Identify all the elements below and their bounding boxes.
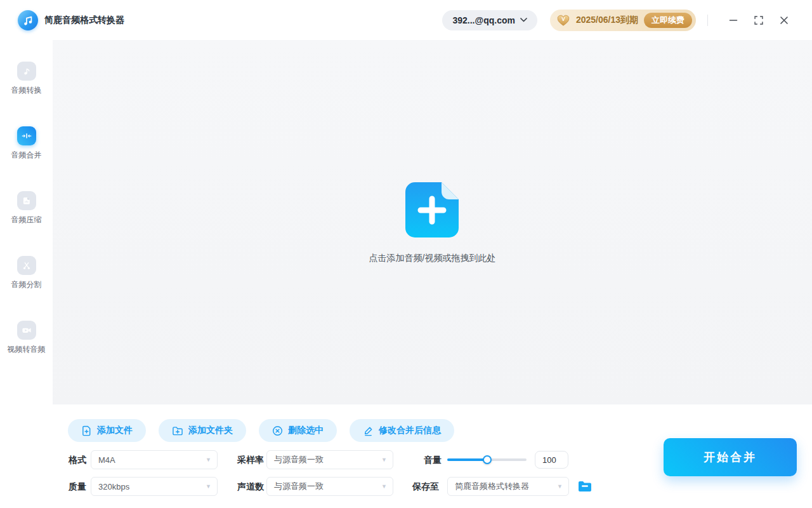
sidebar-item-label: 音频压缩 [11, 215, 42, 225]
sidebar-item-audio-merge[interactable]: 音频合并 [0, 126, 53, 161]
volume-label: 音量 [424, 450, 442, 469]
vip-heart-icon: V [556, 13, 570, 27]
sidebar-item-video-to-audio[interactable]: 视频转音频 [0, 321, 53, 355]
save-to-value: 简鹿音频格式转换器 [455, 481, 529, 492]
channels-value: 与源音频一致 [274, 481, 324, 492]
dropdown-arrow-icon: ▼ [381, 457, 387, 463]
minimize-icon [729, 16, 738, 25]
maximize-icon [754, 16, 763, 25]
folder-plus-icon [172, 425, 183, 436]
music-note-icon [17, 62, 36, 81]
sample-rate-label: 采样率 [237, 450, 264, 469]
toolbar: 添加文件 添加文件夹 删除选中 修改合并后信息 [68, 419, 454, 442]
delete-selected-label: 删除选中 [288, 425, 324, 436]
maximize-button[interactable] [750, 11, 768, 29]
title-bar: 简鹿音频格式转换器 392...@qq.com V [0, 0, 812, 40]
format-label: 格式 [69, 450, 86, 469]
sidebar-item-audio-convert[interactable]: 音频转换 [0, 62, 53, 96]
quality-value: 320kbps [98, 482, 129, 491]
account-dropdown[interactable]: 392...@qq.com [442, 10, 537, 30]
split-icon [17, 256, 36, 275]
delete-selected-button[interactable]: 删除选中 [259, 419, 337, 442]
pencil-icon [363, 425, 374, 436]
dropzone-hint: 点击添加音频/视频或拖拽到此处 [53, 253, 812, 264]
sidebar-item-audio-split[interactable]: 音频分割 [0, 256, 53, 290]
add-file-button[interactable]: 添加文件 [68, 419, 146, 442]
window-controls-divider [707, 15, 708, 26]
close-button[interactable] [775, 11, 793, 29]
svg-text:V: V [561, 17, 565, 22]
quality-select[interactable]: 320kbps ▼ [91, 477, 218, 496]
slider-handle[interactable] [483, 455, 492, 464]
folder-icon [578, 481, 592, 492]
vip-badge[interactable]: V 2025/06/13到期 立即续费 [550, 10, 696, 31]
quality-label: 质量 [69, 477, 86, 496]
sidebar-item-label: 视频转音频 [8, 344, 46, 355]
merge-icon [17, 126, 36, 145]
dropdown-arrow-icon: ▼ [206, 457, 211, 463]
video-icon [17, 321, 36, 340]
dropdown-arrow-icon: ▼ [206, 483, 211, 490]
sidebar-item-audio-compress[interactable]: 音频压缩 [0, 191, 53, 225]
chevron-down-icon [520, 18, 527, 22]
sidebar-item-label: 音频合并 [11, 150, 42, 161]
channels-select[interactable]: 与源音频一致 ▼ [266, 477, 393, 496]
add-folder-button[interactable]: 添加文件夹 [159, 419, 246, 442]
compress-icon [17, 191, 36, 210]
app-window: 简鹿音频格式转换器 392...@qq.com V [0, 0, 812, 508]
account-email: 392...@qq.com [452, 15, 514, 25]
sample-rate-select[interactable]: 与源音频一致 ▼ [266, 450, 393, 469]
save-to-label: 保存至 [412, 477, 439, 496]
expiry-date: 2025/06/13到期 [576, 15, 638, 26]
close-icon [780, 16, 789, 25]
dropdown-arrow-icon: ▼ [557, 483, 563, 490]
modify-info-button[interactable]: 修改合并后信息 [350, 419, 454, 442]
volume-input[interactable] [535, 451, 568, 469]
modify-info-label: 修改合并后信息 [379, 425, 441, 436]
minimize-button[interactable] [724, 11, 742, 29]
circle-x-icon [272, 425, 283, 436]
channels-label: 声道数 [237, 477, 264, 496]
open-folder-button[interactable] [577, 478, 593, 495]
file-plus-icon[interactable] [405, 182, 459, 240]
slider-fill [447, 458, 487, 461]
sidebar: 音频转换 音频合并 [0, 40, 53, 508]
add-file-label: 添加文件 [97, 425, 133, 436]
file-plus-icon [81, 425, 92, 436]
format-select[interactable]: M4A ▼ [91, 450, 218, 469]
volume-slider[interactable] [447, 450, 527, 469]
app-logo-icon [18, 10, 38, 30]
sample-rate-value: 与源音频一致 [274, 454, 324, 465]
start-merge-button[interactable]: 开始合并 [664, 438, 797, 476]
app-title: 简鹿音频格式转换器 [44, 15, 124, 26]
save-to-select[interactable]: 简鹿音频格式转换器 ▼ [447, 477, 569, 496]
sidebar-item-label: 音频分割 [11, 279, 42, 290]
format-value: M4A [98, 455, 115, 465]
dropdown-arrow-icon: ▼ [381, 483, 387, 490]
sidebar-item-label: 音频转换 [11, 85, 42, 96]
renew-button[interactable]: 立即续费 [644, 13, 692, 28]
add-folder-label: 添加文件夹 [188, 425, 233, 436]
